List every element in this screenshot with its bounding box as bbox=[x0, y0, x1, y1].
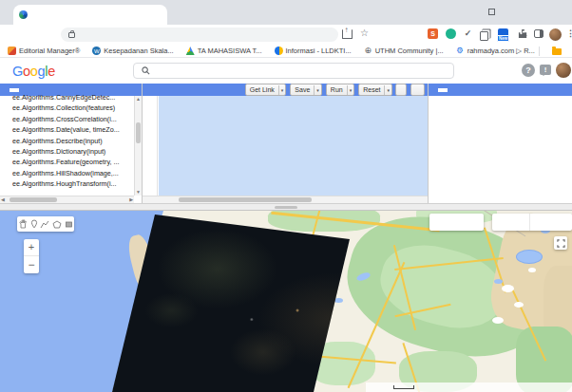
scroll-left-arrow[interactable]: ◀ bbox=[1, 196, 5, 203]
layers-panel[interactable] bbox=[429, 214, 484, 231]
docs-list-item[interactable]: ee.Algorithms.Date(value, timeZo... bbox=[12, 124, 134, 135]
splitter-handle[interactable] bbox=[275, 206, 297, 209]
account-avatar[interactable] bbox=[556, 63, 571, 78]
fullscreen-button[interactable] bbox=[554, 236, 567, 250]
bookmark-label: Kesepadanan Skala... bbox=[104, 47, 173, 55]
bookmark-item[interactable]: Kesepadanan Skala... bbox=[92, 47, 173, 55]
feedback-icon[interactable]: ! bbox=[540, 65, 551, 75]
docs-list-item[interactable]: ee.Algorithms.CannyEdgeDetec... bbox=[12, 92, 134, 103]
address-bar[interactable] bbox=[61, 28, 338, 42]
rectangle-icon[interactable] bbox=[65, 215, 73, 233]
bookmarks-bar: Editorial Manager® Kesepadanan Skala... … bbox=[0, 45, 572, 58]
docs-panel: ee.Algorithms.CannyEdgeDetec...ee.Algori… bbox=[0, 84, 143, 203]
browser-navbar: ☆ S ✓ ⋮ bbox=[0, 25, 572, 45]
dropdown-arrow-icon[interactable]: ▾ bbox=[384, 85, 391, 95]
toolbar-split-button[interactable]: Get Link ▾ bbox=[245, 84, 287, 96]
tab-strip bbox=[0, 0, 572, 25]
dropdown-arrow-icon[interactable]: ▾ bbox=[347, 85, 354, 95]
docs-list-item[interactable]: ee.Algorithms.CrossCorrelation(i... bbox=[12, 114, 134, 124]
earth-engine-logo: Google bbox=[12, 64, 59, 79]
docs-list-item[interactable]: ee.Algorithms.Describe(input) bbox=[12, 136, 134, 146]
browser-tab[interactable] bbox=[13, 5, 167, 25]
bookmark-label: UTHM Community |... bbox=[375, 47, 444, 55]
tab-console[interactable] bbox=[438, 88, 448, 92]
bookmark-label: Informasi - LLDKTI... bbox=[286, 47, 352, 55]
browser-window: ☆ S ✓ ⋮ Editorial Manager® Kesepadanan S… bbox=[0, 0, 572, 392]
geometry-tools bbox=[17, 216, 74, 232]
code-editor-panel: Get Link ▾ Save ▾ Run ▾ Reset bbox=[143, 84, 429, 203]
docs-list-item[interactable]: ee.Algorithms.HoughTransform(i... bbox=[12, 178, 134, 189]
scroll-down-arrow[interactable]: ▼ bbox=[135, 189, 142, 196]
map-type-toggle bbox=[492, 214, 572, 231]
bookmark-label: rahmadya.com ▷ R... bbox=[467, 47, 535, 55]
scroll-up-arrow[interactable]: ▲ bbox=[135, 96, 142, 103]
zoom-out-button[interactable]: − bbox=[24, 257, 39, 273]
extension-new-icon[interactable] bbox=[498, 28, 508, 39]
tab-tasks[interactable] bbox=[448, 88, 457, 92]
polyline-icon[interactable] bbox=[40, 215, 49, 233]
extensions-puzzle-icon[interactable] bbox=[518, 28, 528, 39]
polygon-icon[interactable] bbox=[52, 215, 62, 233]
code-area[interactable] bbox=[159, 96, 428, 196]
extension-sci-icon[interactable]: S bbox=[428, 28, 438, 39]
editor-toolbar: Get Link ▾ Save ▾ Run ▾ Reset bbox=[143, 84, 428, 96]
docs-horizontal-scrollbar[interactable]: ◀ ▶ bbox=[0, 196, 134, 203]
logo-letter: G bbox=[12, 64, 23, 79]
docs-list-item[interactable]: ee.Algorithms.Feature(geometry, ... bbox=[12, 157, 134, 167]
bookmark-favicon bbox=[92, 47, 101, 55]
point-marker-icon[interactable] bbox=[30, 215, 38, 233]
lock-icon bbox=[68, 32, 75, 38]
scroll-thumb[interactable] bbox=[136, 122, 141, 143]
tab-docs[interactable] bbox=[10, 88, 19, 92]
scroll-thumb[interactable] bbox=[179, 197, 312, 202]
share-icon[interactable] bbox=[342, 29, 353, 39]
toolbar-split-button[interactable]: Save ▾ bbox=[290, 84, 321, 96]
tab-assets[interactable] bbox=[19, 88, 29, 92]
toolbar-split-button[interactable]: Run ▾ bbox=[326, 84, 354, 96]
profile-avatar[interactable] bbox=[549, 28, 562, 41]
dropdown-arrow-icon[interactable]: ▾ bbox=[314, 85, 321, 95]
bookmark-item[interactable]: Editorial Manager® bbox=[8, 47, 80, 55]
bookmark-item[interactable]: rahmadya.com ▷ R... bbox=[456, 47, 535, 55]
help-icon[interactable]: ? bbox=[522, 64, 535, 77]
docs-list-item[interactable]: ee.Algorithms.Dictionary(input) bbox=[12, 146, 134, 157]
scroll-thumb[interactable] bbox=[10, 197, 57, 202]
side-panel-icon[interactable] bbox=[534, 29, 543, 38]
apps-button[interactable] bbox=[395, 84, 407, 96]
logo-letter: o bbox=[30, 64, 38, 79]
dropdown-arrow-icon[interactable]: ▾ bbox=[278, 85, 286, 95]
map-button[interactable] bbox=[492, 214, 530, 231]
search-input[interactable] bbox=[133, 63, 454, 79]
tab-inspector[interactable] bbox=[429, 88, 438, 92]
zoom-control: + − bbox=[24, 239, 39, 273]
maximize-button[interactable] bbox=[488, 9, 495, 15]
tab-scripts[interactable] bbox=[0, 88, 10, 92]
settings-gear-icon[interactable] bbox=[410, 84, 425, 96]
bookmark-item[interactable]: TA MAHASISWA T... bbox=[186, 47, 262, 55]
bookmark-favicon bbox=[8, 47, 16, 55]
logo-letter: e bbox=[48, 64, 55, 79]
bookmark-label: TA MAHASISWA T... bbox=[198, 47, 262, 55]
docs-list-item[interactable]: ee.Algorithms.HillShadow(image,... bbox=[12, 168, 134, 178]
zoom-in-button[interactable]: + bbox=[24, 239, 39, 256]
bookmark-favicon bbox=[364, 47, 372, 55]
bookmark-item[interactable]: UTHM Community |... bbox=[364, 47, 444, 55]
panel-map-splitter[interactable] bbox=[0, 203, 572, 211]
map-canvas[interactable]: + − bbox=[0, 211, 572, 392]
editor-buttons: Get Link ▾ Save ▾ Run ▾ Reset bbox=[245, 84, 395, 96]
bookmark-star-icon[interactable]: ☆ bbox=[360, 28, 369, 38]
console-panel bbox=[429, 84, 572, 203]
pan-hand-icon[interactable] bbox=[18, 215, 28, 233]
extension-copy-icon[interactable] bbox=[480, 31, 488, 41]
docs-vertical-scrollbar[interactable]: ▲ ▼ bbox=[134, 96, 142, 196]
browser-menu-icon[interactable]: ⋮ bbox=[565, 28, 572, 39]
scroll-right-arrow[interactable]: ▶ bbox=[129, 196, 133, 203]
satellite-button[interactable] bbox=[530, 214, 572, 231]
extension-grammarly-icon[interactable] bbox=[446, 28, 456, 39]
editor-horizontal-scrollbar[interactable] bbox=[143, 196, 428, 203]
bookmark-item[interactable]: Informasi - LLDKTI... bbox=[275, 47, 352, 55]
search-icon bbox=[142, 66, 150, 75]
extension-check-icon[interactable]: ✓ bbox=[463, 28, 473, 39]
toolbar-split-button[interactable]: Reset ▾ bbox=[358, 84, 392, 96]
docs-list-item[interactable]: ee.Algorithms.Collection(features) bbox=[12, 103, 134, 113]
